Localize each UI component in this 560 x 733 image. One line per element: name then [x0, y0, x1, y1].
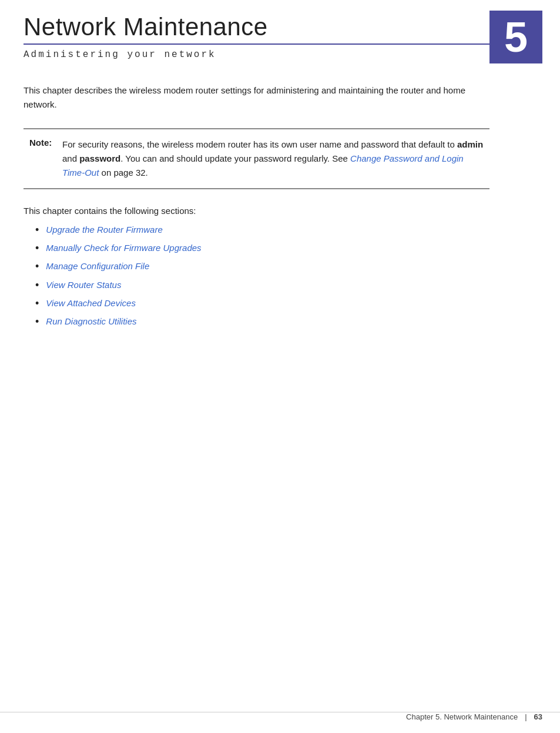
list-item: • View Attached Devices: [35, 296, 489, 311]
note-text-after: . You can and should update your passwor…: [120, 153, 350, 163]
note-text-between: and: [62, 153, 79, 163]
note-text-end: on page 32.: [99, 168, 147, 178]
bullet-icon: •: [35, 278, 39, 293]
list-item: • Run Diagnostic Utilities: [35, 314, 489, 329]
header-area: Network Maintenance Administering your n…: [0, 0, 560, 60]
section-link-view-router-status[interactable]: View Router Status: [46, 278, 121, 292]
bullet-icon: •: [35, 314, 39, 329]
list-item: • View Router Status: [35, 278, 489, 293]
note-content: Note: For security reasons, the wireless…: [24, 138, 489, 180]
section-link-run-diagnostics[interactable]: Run Diagnostic Utilities: [46, 314, 136, 329]
sections-intro: This chapter contains the following sect…: [24, 206, 489, 216]
bullet-icon: •: [35, 241, 39, 256]
section-link-upgrade-firmware[interactable]: Upgrade the Router Firmware: [46, 223, 162, 237]
intro-paragraph: This chapter describes the wireless mode…: [24, 83, 489, 112]
footer-chapter-text: Chapter 5. Network Maintenance: [406, 712, 518, 721]
title-underline: [24, 43, 489, 45]
content-area: This chapter describes the wireless mode…: [0, 78, 560, 329]
section-link-manage-config[interactable]: Manage Configuration File: [46, 259, 149, 273]
footer: Chapter 5. Network Maintenance | 63: [0, 712, 560, 721]
subtitle: Administering your network: [24, 49, 489, 60]
bullet-icon: •: [35, 223, 39, 237]
section-link-manually-check[interactable]: Manually Check for Firmware Upgrades: [46, 241, 201, 255]
list-item: • Manually Check for Firmware Upgrades: [35, 241, 489, 256]
footer-separator: |: [525, 712, 527, 721]
bullet-icon: •: [35, 259, 39, 274]
sections-list: • Upgrade the Router Firmware • Manually…: [35, 223, 489, 329]
page-container: 5 Network Maintenance Administering your…: [0, 0, 560, 733]
chapter-number-block: 5: [489, 11, 542, 63]
note-text-before-bold: For security reasons, the wireless modem…: [62, 139, 457, 149]
chapter-number: 5: [504, 16, 528, 58]
note-bold-password: password: [79, 153, 120, 163]
section-link-view-attached-devices[interactable]: View Attached Devices: [46, 296, 136, 310]
note-bold-admin: admin: [457, 139, 483, 149]
bullet-icon: •: [35, 296, 39, 311]
note-text: For security reasons, the wireless modem…: [62, 138, 484, 180]
main-title: Network Maintenance: [24, 13, 489, 41]
note-box: Note: For security reasons, the wireless…: [24, 128, 489, 189]
list-item: • Manage Configuration File: [35, 259, 489, 274]
footer-page-number: 63: [534, 712, 542, 721]
list-item: • Upgrade the Router Firmware: [35, 223, 489, 237]
note-label: Note:: [29, 138, 60, 148]
